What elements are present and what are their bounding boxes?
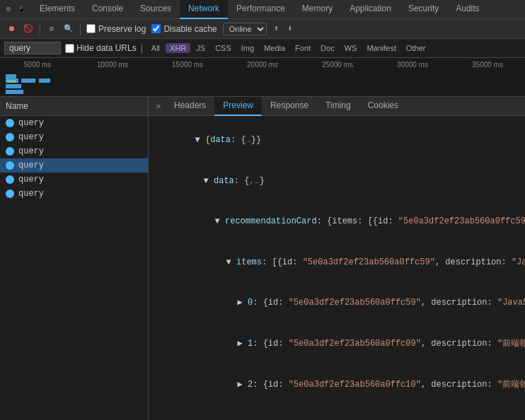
collapse-icon[interactable]: ▼ bbox=[204, 176, 214, 186]
tab-sources[interactable]: Sources bbox=[132, 0, 180, 19]
filter-font-button[interactable]: Font bbox=[291, 43, 315, 53]
record-button[interactable]: ⏺ bbox=[6, 23, 17, 35]
tab-response[interactable]: Response bbox=[262, 97, 317, 116]
timeline-label-6: 35000 ms bbox=[450, 61, 525, 69]
expand-icon[interactable]: ▶ bbox=[238, 298, 248, 308]
devtools-icon: ⚙ bbox=[3, 4, 14, 15]
timeline-panel[interactable]: 5000 ms 10000 ms 15000 ms 20000 ms 25000… bbox=[0, 58, 525, 97]
tab-headers[interactable]: Headers bbox=[166, 97, 214, 116]
toolbar-separator-1 bbox=[40, 23, 40, 35]
filter-bar: Hide data URLs | All XHR JS CSS Img Medi… bbox=[0, 39, 525, 58]
timeline-chart bbox=[0, 71, 525, 96]
request-icon bbox=[6, 161, 14, 170]
filter-separator: | bbox=[141, 43, 143, 53]
request-name: query bbox=[18, 118, 145, 128]
tab-console[interactable]: Console bbox=[83, 0, 132, 19]
preview-line-1[interactable]: ▼ data: {,…} bbox=[151, 161, 522, 202]
list-item[interactable]: query bbox=[0, 187, 148, 201]
preview-line-3[interactable]: ▼ items: [{id: "5e0a3df2ef23ab560a0ffc59… bbox=[151, 243, 522, 284]
filter-media-button[interactable]: Media bbox=[260, 43, 289, 53]
request-list[interactable]: Name query query query query query query bbox=[0, 97, 149, 420]
disable-cache-checkbox[interactable] bbox=[151, 24, 161, 33]
svg-rect-3 bbox=[21, 78, 35, 83]
filter-manifest-button[interactable]: Manifest bbox=[362, 43, 400, 53]
tab-audits[interactable]: Audits bbox=[447, 0, 487, 19]
collapse-icon[interactable]: ▼ bbox=[215, 216, 225, 226]
export-icon[interactable]: ⬇ bbox=[286, 23, 294, 34]
list-item[interactable]: query bbox=[0, 173, 148, 187]
request-icon bbox=[6, 119, 14, 127]
request-name: query bbox=[18, 189, 145, 199]
expand-icon[interactable]: ▶ bbox=[238, 380, 248, 390]
svg-rect-6 bbox=[7, 80, 16, 83]
tab-network[interactable]: Network bbox=[180, 0, 228, 19]
filter-other-button[interactable]: Other bbox=[402, 43, 430, 53]
expand-icon[interactable]: ▶ bbox=[238, 339, 248, 349]
toolbar-separator-2 bbox=[80, 23, 81, 35]
main-content: Name query query query query query query bbox=[0, 97, 525, 420]
timeline-label-5: 30000 ms bbox=[375, 61, 450, 69]
preserve-log-label[interactable]: Preserve log bbox=[86, 24, 146, 34]
tab-security[interactable]: Security bbox=[400, 0, 447, 19]
request-name: query bbox=[18, 175, 145, 185]
disable-cache-label[interactable]: Disable cache bbox=[151, 24, 217, 34]
list-item[interactable]: query bbox=[0, 130, 148, 144]
list-item[interactable]: query bbox=[0, 116, 148, 130]
filter-icon[interactable]: ⊘ bbox=[46, 23, 57, 35]
timeline-label-1: 10000 ms bbox=[75, 61, 150, 69]
svg-rect-4 bbox=[6, 90, 23, 94]
timeline-label-0: 5000 ms bbox=[0, 61, 75, 69]
search-icon[interactable]: 🔍 bbox=[63, 23, 74, 35]
filter-js-button[interactable]: JS bbox=[192, 43, 209, 53]
tab-cookies[interactable]: Cookies bbox=[359, 97, 407, 116]
tab-preview[interactable]: Preview bbox=[214, 97, 262, 116]
import-icon[interactable]: ⬆ bbox=[272, 23, 280, 34]
filter-all-button[interactable]: All bbox=[147, 43, 164, 53]
request-name: query bbox=[18, 146, 145, 156]
close-panel-button[interactable]: ✕ bbox=[151, 99, 166, 113]
collapse-icon[interactable]: ▼ bbox=[226, 257, 236, 267]
timeline-label-2: 15000 ms bbox=[150, 61, 225, 69]
tab-performance[interactable]: Performance bbox=[228, 0, 294, 19]
filter-ws-button[interactable]: WS bbox=[340, 43, 362, 53]
svg-rect-1 bbox=[6, 84, 21, 88]
search-input[interactable] bbox=[4, 42, 61, 54]
detail-tab-bar: ✕ Headers Preview Response Timing Cookie… bbox=[149, 97, 525, 116]
request-list-header: Name bbox=[0, 97, 148, 116]
preview-line-6[interactable]: ▶ 2: {id: "5e0a3df2ef23ab560a0ffc10", de… bbox=[151, 364, 522, 405]
tab-application[interactable]: Application bbox=[341, 0, 400, 19]
devtools-icons: ⚙ 📱 bbox=[3, 4, 27, 15]
preserve-log-checkbox[interactable] bbox=[86, 24, 96, 33]
throttle-select[interactable]: Online bbox=[223, 23, 267, 35]
request-icon bbox=[6, 147, 14, 156]
svg-rect-2 bbox=[6, 74, 16, 78]
preview-line-2[interactable]: ▼ recommendationCard: {items: [{id: "5e0… bbox=[151, 202, 522, 243]
preview-line-0[interactable]: ▼ {data: {…}} bbox=[151, 120, 522, 161]
network-toolbar: ⏺ 🚫 ⊘ 🔍 Preserve log Disable cache Onlin… bbox=[0, 19, 525, 39]
request-name: query bbox=[18, 132, 145, 142]
timeline-label-3: 20000 ms bbox=[225, 61, 300, 69]
filter-xhr-button[interactable]: XHR bbox=[166, 43, 190, 53]
tab-memory[interactable]: Memory bbox=[294, 0, 341, 19]
filter-img-button[interactable]: Img bbox=[237, 43, 258, 53]
hide-data-urls-checkbox[interactable] bbox=[65, 44, 74, 53]
tab-elements[interactable]: Elements bbox=[31, 0, 83, 19]
collapse-icon[interactable]: ▼ bbox=[195, 135, 205, 145]
filter-doc-button[interactable]: Doc bbox=[316, 43, 339, 53]
svg-rect-5 bbox=[39, 78, 50, 83]
list-item-selected[interactable]: query bbox=[0, 158, 148, 173]
preview-line-4[interactable]: ▶ 0: {id: "5e0a3df2ef23ab560a0ffc59", de… bbox=[151, 283, 522, 324]
request-icon bbox=[6, 133, 14, 141]
preview-line-7[interactable]: ▶ 3: {id: "5e0a3df2ef23ab560a0ffbc8", de… bbox=[151, 405, 522, 420]
tab-timing[interactable]: Timing bbox=[317, 97, 359, 116]
filter-type-buttons: All XHR JS CSS Img Media Font Doc WS Man… bbox=[147, 43, 430, 53]
preview-line-5[interactable]: ▶ 1: {id: "5e0a3df2ef23ab560a0ffc09", de… bbox=[151, 324, 522, 365]
preview-content[interactable]: ▼ {data: {…}} ▼ data: {,…} ▼ recommendat… bbox=[149, 116, 525, 420]
detail-panel: ✕ Headers Preview Response Timing Cookie… bbox=[149, 97, 525, 420]
list-item[interactable]: query bbox=[0, 144, 148, 158]
filter-css-button[interactable]: CSS bbox=[211, 43, 236, 53]
mobile-icon[interactable]: 📱 bbox=[16, 4, 27, 15]
request-icon bbox=[6, 175, 14, 184]
clear-button[interactable]: 🚫 bbox=[23, 23, 34, 35]
hide-data-urls-label[interactable]: Hide data URLs bbox=[65, 43, 137, 53]
